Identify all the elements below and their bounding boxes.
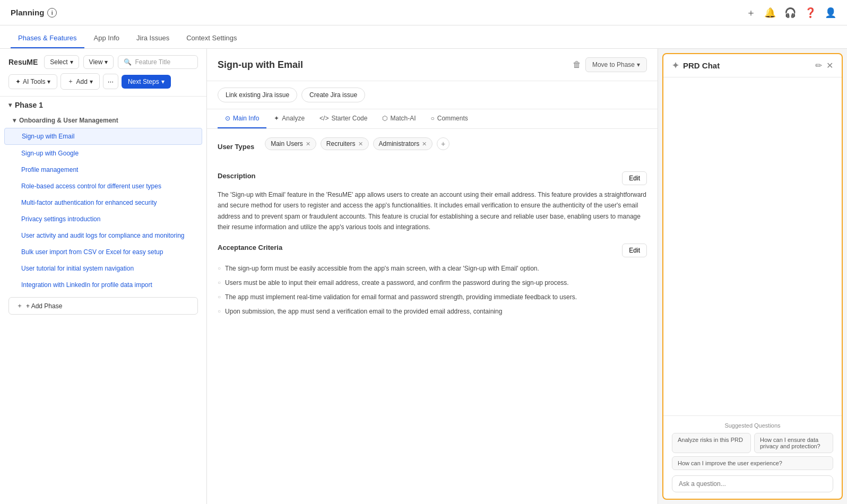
description-header: Description Edit xyxy=(218,171,647,185)
tab-context-settings[interactable]: Context Settings xyxy=(179,29,244,48)
next-steps-chevron-icon: ▾ xyxy=(161,78,165,85)
starter-code-icon: </> xyxy=(319,115,329,122)
user-type-recruiters: Recruiters ✕ xyxy=(321,137,369,150)
select-label: Select xyxy=(50,58,67,66)
comments-icon: ○ xyxy=(430,115,434,122)
jira-actions: Link existing Jira issue Create Jira iss… xyxy=(207,81,658,109)
prd-chat-sparkle-icon: ✦ xyxy=(672,60,679,71)
feature-item-signup-google[interactable]: Sign-up with Google xyxy=(4,145,202,161)
remove-admins-button[interactable]: ✕ xyxy=(422,141,427,147)
more-button[interactable]: ··· xyxy=(103,74,118,89)
suggested-q-3[interactable]: How can I improve the user experience? xyxy=(672,456,833,470)
next-steps-button[interactable]: Next Steps ▾ xyxy=(122,75,171,89)
phase-1-label: Phase 1 xyxy=(15,101,43,109)
delete-button[interactable]: 🗑 xyxy=(573,60,581,69)
bell-icon[interactable]: 🔔 xyxy=(764,7,776,19)
tab-comments[interactable]: ○ Comments xyxy=(423,109,475,128)
user-types-label: User Types xyxy=(218,143,254,151)
feature-item-signup-email[interactable]: Sign-up with Email xyxy=(4,128,202,145)
add-chevron-icon: ▾ xyxy=(90,78,93,85)
tab-bar: Phases & Features App Info Jira Issues C… xyxy=(0,25,847,49)
acceptance-edit-button[interactable]: Edit xyxy=(622,244,647,257)
prd-chat-edit-button[interactable]: ✏ xyxy=(815,60,822,71)
user-icon[interactable]: 👤 xyxy=(825,7,836,19)
main-wrapper: ResuME Select ▾ View ▾ 🔍 Feature Title ✦… xyxy=(0,49,847,504)
inner-tabs: ⊙ Main Info ✦ Analyze </> Starter Code ⬡… xyxy=(207,109,658,129)
user-type-main-label: Main Users xyxy=(271,140,303,147)
starter-code-label: Starter Code xyxy=(331,115,367,122)
content-header-actions: 🗑 Move to Phase ▾ xyxy=(573,57,647,72)
prd-chat-title-text: PRD Chat xyxy=(683,61,720,70)
feature-item-rbac[interactable]: Role-based access control for different … xyxy=(4,178,202,194)
phase-1-header[interactable]: ▾ Phase 1 xyxy=(0,97,206,114)
ai-tools-button[interactable]: ✦ AI Tools ▾ xyxy=(8,74,57,89)
suggested-q-1[interactable]: Analyze risks in this PRD xyxy=(672,433,751,453)
add-user-type-button[interactable]: + xyxy=(437,137,450,150)
question-icon[interactable]: ❓ xyxy=(805,7,816,19)
tab-main-info[interactable]: ⊙ Main Info xyxy=(218,109,266,128)
next-steps-label: Next Steps xyxy=(128,78,159,85)
description-text: The 'Sign-up with Email' feature in the … xyxy=(218,189,647,233)
main-info-content: User Types Main Users ✕ Recruiters ✕ Adm… xyxy=(207,129,658,327)
feature-item-privacy[interactable]: Privacy settings introduction xyxy=(4,211,202,227)
feature-item-profile-mgmt[interactable]: Profile management xyxy=(4,162,202,178)
ai-tools-label: AI Tools xyxy=(23,78,45,85)
content-panel: Sign-up with Email 🗑 Move to Phase ▾ Lin… xyxy=(207,49,658,504)
acceptance-section: Acceptance Criteria Edit The sign-up for… xyxy=(218,244,647,319)
view-button[interactable]: View ▾ xyxy=(83,55,114,69)
tab-phases-features[interactable]: Phases & Features xyxy=(11,29,84,48)
feature-item-bulk-import[interactable]: Bulk user import from CSV or Excel for e… xyxy=(4,244,202,260)
link-jira-button[interactable]: Link existing Jira issue xyxy=(218,88,297,102)
view-chevron-icon: ▾ xyxy=(105,58,108,66)
search-box[interactable]: 🔍 Feature Title xyxy=(118,55,198,69)
acceptance-item-2: Users must be able to input their email … xyxy=(218,276,647,290)
app-name: ResuME xyxy=(8,58,38,66)
group-onboarding-header[interactable]: ▾ Onboarding & User Management xyxy=(0,114,206,127)
select-button[interactable]: Select ▾ xyxy=(44,55,79,69)
move-phase-button[interactable]: Move to Phase ▾ xyxy=(585,57,647,72)
acceptance-list: The sign-up form must be easily accessib… xyxy=(218,262,647,319)
remove-main-users-button[interactable]: ✕ xyxy=(306,141,310,147)
match-ai-icon: ⬡ xyxy=(382,115,387,122)
feature-item-tutorial[interactable]: User tutorial for initial system navigat… xyxy=(4,260,202,276)
description-section: Description Edit The 'Sign-up with Email… xyxy=(218,171,647,233)
move-phase-label: Move to Phase xyxy=(592,61,635,68)
suggested-questions: Analyze risks in this PRD How can I ensu… xyxy=(672,433,833,470)
nav-icons: ＋ 🔔 🎧 ❓ 👤 xyxy=(746,6,836,19)
acceptance-item-3: The app must implement real-time validat… xyxy=(218,290,647,305)
add-phase-label: + Add Phase xyxy=(26,302,62,310)
user-type-main: Main Users ✕ xyxy=(265,137,316,150)
tab-match-ai[interactable]: ⬡ Match-AI xyxy=(375,109,423,128)
user-type-admins: Administrators ✕ xyxy=(373,137,433,150)
plus-icon[interactable]: ＋ xyxy=(746,6,756,19)
ask-input[interactable] xyxy=(672,475,833,492)
create-jira-button[interactable]: Create Jira issue xyxy=(301,88,365,102)
add-plus-icon: ＋ xyxy=(67,77,74,86)
main-info-icon: ⊙ xyxy=(225,115,230,122)
feature-item-linkedin[interactable]: Integration with LinkedIn for profile da… xyxy=(4,277,202,293)
headphones-icon[interactable]: 🎧 xyxy=(784,7,796,19)
add-phase-button[interactable]: ＋ + Add Phase xyxy=(8,297,198,315)
phase-1-chevron-icon: ▾ xyxy=(8,101,12,109)
tab-analyze[interactable]: ✦ Analyze xyxy=(266,109,312,128)
tab-app-info[interactable]: App Info xyxy=(87,29,127,48)
acceptance-label: Acceptance Criteria xyxy=(218,244,282,251)
suggested-q-2[interactable]: How can I ensure data privacy and protec… xyxy=(754,433,833,453)
prd-chat-body xyxy=(663,77,842,415)
feature-item-mfa[interactable]: Multi-factor authentication for enhanced… xyxy=(4,195,202,211)
description-edit-button[interactable]: Edit xyxy=(622,171,647,185)
acceptance-item-4: Upon submission, the app must send a ver… xyxy=(218,305,647,319)
acceptance-header: Acceptance Criteria Edit xyxy=(218,244,647,257)
tab-starter-code[interactable]: </> Starter Code xyxy=(312,109,375,128)
add-phase-icon: ＋ xyxy=(16,301,23,310)
group-chevron-icon: ▾ xyxy=(13,117,16,124)
left-panel: ResuME Select ▾ View ▾ 🔍 Feature Title ✦… xyxy=(0,49,207,504)
feature-item-audit-logs[interactable]: User activity and audit logs for complia… xyxy=(4,228,202,244)
select-chevron-icon: ▾ xyxy=(70,58,73,66)
add-button[interactable]: ＋ Add ▾ xyxy=(60,73,99,90)
prd-chat-close-button[interactable]: ✕ xyxy=(826,60,833,71)
info-icon[interactable]: i xyxy=(47,8,57,18)
tab-jira-issues[interactable]: Jira Issues xyxy=(129,29,177,48)
analyze-icon: ✦ xyxy=(274,115,279,122)
remove-recruiters-button[interactable]: ✕ xyxy=(358,141,363,147)
